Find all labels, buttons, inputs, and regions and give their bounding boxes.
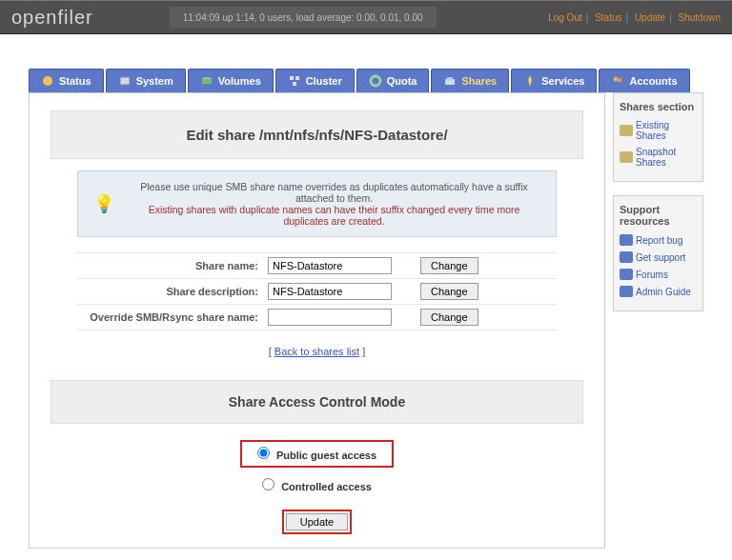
access-control-header: Share Access Control Mode xyxy=(51,380,583,424)
main-panel: Edit share /mnt/nfs/nfs/NFS-Datastore/ 💡… xyxy=(29,92,605,549)
share-name-input[interactable] xyxy=(268,257,392,274)
smb-override-label: Override SMB/Rsync share name: xyxy=(77,311,268,323)
update-button-highlight: Update xyxy=(282,510,352,534)
report-bug-row: Report bug xyxy=(620,234,697,246)
public-access-radio[interactable] xyxy=(257,447,270,459)
svg-rect-9 xyxy=(447,77,453,80)
report-bug-link[interactable]: Report bug xyxy=(636,235,682,246)
support-resources-box: Support resources Report bug Get support… xyxy=(613,195,703,311)
tab-label: System xyxy=(136,75,173,87)
tab-quota[interactable]: Quota xyxy=(356,69,430,92)
smb-override-row: Override SMB/Rsync share name: Change xyxy=(77,304,557,330)
access-control-radios: Public guest access Controlled access Up… xyxy=(39,437,595,534)
existing-shares-link-row: Existing Shares xyxy=(620,120,697,141)
volumes-icon xyxy=(200,74,214,88)
tab-services[interactable]: Services xyxy=(511,69,597,92)
lightbulb-icon: 💡 xyxy=(93,193,114,214)
tab-status[interactable]: Status xyxy=(29,69,104,92)
svg-rect-6 xyxy=(293,82,296,86)
shutdown-link[interactable]: Shutdown xyxy=(679,12,721,23)
forums-link[interactable]: Forums xyxy=(636,270,668,280)
share-desc-change-button[interactable]: Change xyxy=(420,283,478,300)
shares-icon xyxy=(443,74,457,88)
tab-label: Quota xyxy=(387,75,417,87)
get-support-link[interactable]: Get support xyxy=(636,252,685,263)
svg-point-0 xyxy=(43,76,52,86)
system-icon xyxy=(118,74,132,88)
controlled-access-radio[interactable] xyxy=(262,478,274,490)
accounts-icon xyxy=(611,74,624,88)
tab-label: Shares xyxy=(461,75,497,87)
svg-marker-10 xyxy=(528,75,532,87)
tab-label: Cluster xyxy=(306,75,342,87)
back-to-shares-link[interactable]: Back to shares list xyxy=(274,346,359,357)
share-desc-row: Share description: Change xyxy=(77,278,557,304)
warning-text: Please use unique SMB share name overrid… xyxy=(128,181,540,227)
support-icon xyxy=(620,251,633,263)
main-tabs: Status System Volumes Cluster Quota Shar… xyxy=(29,69,732,92)
logout-link[interactable]: Log Out xyxy=(548,12,582,23)
share-desc-label: Share description: xyxy=(77,286,268,297)
smb-override-input[interactable] xyxy=(268,309,392,326)
guide-icon xyxy=(620,286,633,297)
sidebar: Shares section Existing Shares Snapshot … xyxy=(613,92,703,325)
forums-icon xyxy=(620,269,633,280)
admin-guide-link[interactable]: Admin Guide xyxy=(636,287,691,297)
folder-icon xyxy=(620,151,633,163)
tab-volumes[interactable]: Volumes xyxy=(188,69,274,92)
services-icon xyxy=(523,74,537,88)
svg-rect-4 xyxy=(290,76,294,80)
public-access-option[interactable]: Public guest access xyxy=(240,440,394,468)
svg-point-12 xyxy=(618,78,622,83)
topbar: openfiler 11:04:09 up 1:14, 0 users, loa… xyxy=(0,0,732,34)
tab-accounts[interactable]: Accounts xyxy=(599,69,689,92)
support-resources-title: Support resources xyxy=(620,204,697,227)
tab-shares[interactable]: Shares xyxy=(431,69,509,92)
bug-icon xyxy=(620,234,633,246)
tab-label: Volumes xyxy=(218,75,261,87)
svg-rect-3 xyxy=(202,79,212,84)
update-link[interactable]: Update xyxy=(635,12,665,23)
tab-cluster[interactable]: Cluster xyxy=(275,69,355,92)
share-form: Share name: Change Share description: Ch… xyxy=(77,252,557,330)
svg-point-7 xyxy=(371,76,380,86)
update-button[interactable]: Update xyxy=(286,513,348,530)
existing-shares-link[interactable]: Existing Shares xyxy=(636,120,697,141)
uptime-status: 11:04:09 up 1:14, 0 users, load average:… xyxy=(170,7,437,29)
share-name-label: Share name: xyxy=(77,260,268,271)
back-link-container: [ Back to shares list ] xyxy=(39,346,595,357)
share-desc-input[interactable] xyxy=(268,283,392,300)
snapshot-shares-link[interactable]: Snapshot Shares xyxy=(636,147,697,168)
svg-rect-1 xyxy=(120,77,130,85)
access-control-title: Share Access Control Mode xyxy=(51,394,582,410)
share-name-change-button[interactable]: Change xyxy=(420,257,478,274)
tab-label: Services xyxy=(541,75,584,87)
forums-row: Forums xyxy=(620,269,697,280)
get-support-row: Get support xyxy=(620,251,697,263)
top-links: Log Out| Status| Update| Shutdown xyxy=(548,12,721,23)
folder-icon xyxy=(620,125,633,136)
warning-line2: Existing shares with duplicate names can… xyxy=(128,204,540,227)
controlled-access-option[interactable]: Controlled access xyxy=(247,473,387,497)
shares-section-title: Shares section xyxy=(620,101,697,112)
admin-guide-row: Admin Guide xyxy=(620,286,697,297)
public-access-label: Public guest access xyxy=(276,450,376,461)
logo: openfiler xyxy=(11,7,93,29)
svg-rect-5 xyxy=(295,76,299,80)
snapshot-shares-link-row: Snapshot Shares xyxy=(620,147,697,168)
status-link[interactable]: Status xyxy=(595,12,621,23)
quota-icon xyxy=(369,74,382,88)
tab-label: Accounts xyxy=(629,75,677,87)
share-name-row: Share name: Change xyxy=(77,252,557,278)
status-icon xyxy=(41,74,54,88)
edit-share-title: Edit share /mnt/nfs/nfs/NFS-Datastore/ xyxy=(51,127,582,143)
warning-line1: Please use unique SMB share name overrid… xyxy=(128,181,540,204)
warning-box: 💡 Please use unique SMB share name overr… xyxy=(77,170,557,237)
tab-label: Status xyxy=(59,75,92,87)
edit-share-header: Edit share /mnt/nfs/nfs/NFS-Datastore/ xyxy=(51,110,583,159)
controlled-access-label: Controlled access xyxy=(281,481,372,492)
cluster-icon xyxy=(288,74,301,88)
tab-system[interactable]: System xyxy=(106,69,186,92)
smb-override-change-button[interactable]: Change xyxy=(420,309,478,326)
shares-section-box: Shares section Existing Shares Snapshot … xyxy=(613,92,703,182)
